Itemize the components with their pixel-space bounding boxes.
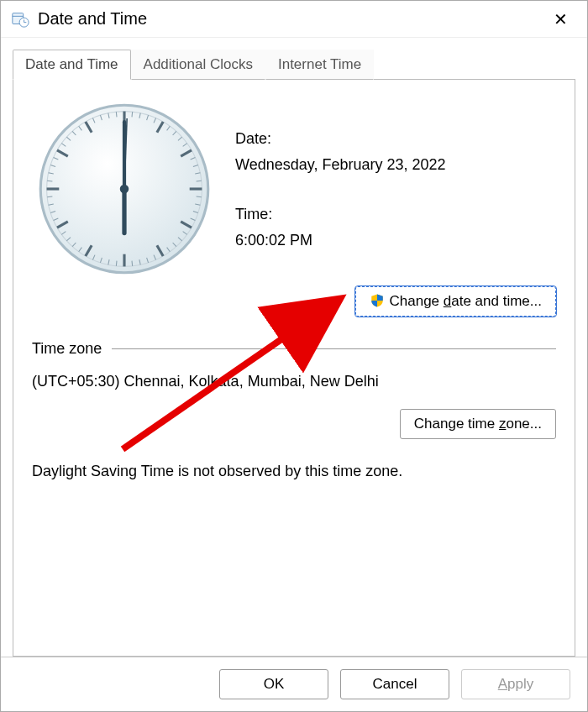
tab-strip: Date and Time Additional Clocks Internet… xyxy=(13,50,575,80)
tab-additional-clocks[interactable]: Additional Clocks xyxy=(131,50,265,80)
change-date-time-label-post: ate and time... xyxy=(451,293,542,309)
date-time-dialog: Date and Time ✕ Date and Time Additional… xyxy=(0,0,588,712)
date-label: Date: xyxy=(235,130,446,148)
change-date-time-label-pre: Change xyxy=(390,293,444,309)
dst-note: Daylight Saving Time is not observed by … xyxy=(32,463,556,480)
change-tz-label-pre: Change time xyxy=(414,416,499,432)
svg-point-70 xyxy=(120,185,129,194)
uac-shield-icon xyxy=(370,293,385,308)
close-button[interactable]: ✕ xyxy=(543,3,577,36)
titlebar: Date and Time ✕ xyxy=(1,1,587,38)
svg-line-55 xyxy=(47,181,52,181)
dialog-footer: OK Cancel Apply xyxy=(1,657,587,711)
change-date-time-button[interactable]: Change date and time... xyxy=(355,286,556,317)
divider xyxy=(112,348,556,349)
tab-panel: Date: Wednesday, February 23, 2022 Time:… xyxy=(13,80,575,657)
analog-clock xyxy=(32,97,217,281)
cancel-button[interactable]: Cancel xyxy=(340,669,449,699)
svg-line-42 xyxy=(132,261,133,266)
change-date-time-label-u: d xyxy=(444,293,451,309)
apply-label-post: pply xyxy=(507,676,533,692)
tab-internet-time[interactable]: Internet Time xyxy=(265,50,374,80)
svg-line-30 xyxy=(197,181,202,181)
window-title: Date and Time xyxy=(38,9,543,29)
svg-line-43 xyxy=(116,261,117,266)
tab-date-and-time[interactable]: Date and Time xyxy=(13,50,131,80)
svg-line-19 xyxy=(132,112,133,117)
change-tz-label-post: one... xyxy=(506,416,542,432)
time-label: Time: xyxy=(235,206,446,223)
svg-line-31 xyxy=(197,196,202,197)
date-time-icon xyxy=(11,10,29,29)
timezone-value: (UTC+05:30) Chennai, Kolkata, Mumbai, Ne… xyxy=(32,373,556,390)
ok-button[interactable]: OK xyxy=(219,669,328,699)
timezone-section-label: Time zone xyxy=(32,340,102,358)
date-value: Wednesday, February 23, 2022 xyxy=(235,156,446,174)
apply-label-u: A xyxy=(498,676,507,692)
svg-line-54 xyxy=(47,196,52,197)
svg-line-66 xyxy=(116,112,117,117)
time-value: 6:00:02 PM xyxy=(235,232,446,249)
change-timezone-button[interactable]: Change time zone... xyxy=(400,409,556,439)
apply-button: Apply xyxy=(461,669,570,699)
